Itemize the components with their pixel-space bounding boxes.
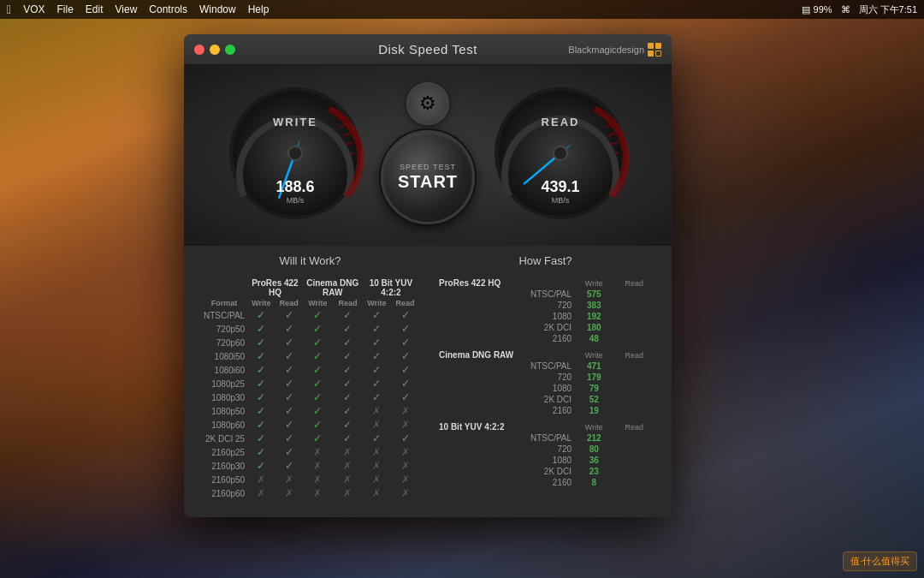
cell-r10-c3: ✗	[303, 445, 333, 459]
table-row: 2160p50✗✗✗✗✗✗	[201, 473, 419, 486]
cell-r2-c1: ✓	[247, 336, 275, 349]
cell-r11-c5: ✗	[363, 459, 391, 473]
speed-group-header-1: Cinema DNG RAWWriteRead	[436, 349, 654, 361]
cell-r7-c4: ✓	[333, 404, 363, 418]
menubar-file[interactable]: File	[56, 3, 73, 15]
menubar-window[interactable]: Window	[199, 3, 236, 15]
cell-r2-c3: ✓	[303, 336, 333, 349]
table-row: 2K DCI 25✓✓✓✓✓✓	[201, 432, 419, 445]
cell-r12-c5: ✗	[363, 473, 391, 486]
right-table: How Fast? ProRes 422 HQWriteReadNTSC/PAL…	[436, 254, 654, 500]
maximize-button[interactable]	[225, 45, 235, 55]
cell-r0-c5: ✓	[363, 308, 391, 322]
speed-test-label-main: START	[398, 171, 458, 192]
cell-r10-c1: ✓	[247, 445, 275, 459]
table-row: 720p50✓✓✓✓✓✓	[201, 322, 419, 336]
cell-r13-c3: ✗	[303, 486, 333, 500]
cell-r2-c4: ✓	[333, 336, 363, 349]
cell-r9-c3: ✓	[303, 432, 333, 445]
cell-r5-c5: ✓	[363, 377, 391, 390]
brand-name: Blackmagicdesign	[568, 45, 644, 55]
menubar:  VOX File Edit View Controls Window Hel…	[0, 0, 924, 19]
cell-r12-c2: ✗	[275, 473, 303, 486]
cell-r8-c5: ✗	[363, 418, 391, 432]
cell-r6-c4: ✓	[333, 390, 363, 404]
table-row: 1080p30✓✓✓✓✓✓	[201, 390, 419, 404]
cell-r10-c0: 2160p25	[201, 445, 247, 459]
speed-group-header-2: 10 Bit YUV 4:2:2WriteRead	[436, 421, 654, 432]
cell-r4-c3: ✓	[303, 363, 333, 377]
menubar-help[interactable]: Help	[248, 3, 270, 15]
cell-r6-c6: ✓	[391, 390, 419, 404]
data-section: Will it Work? ProRes 422 HQ Cinema DNG R…	[184, 246, 672, 517]
cell-r11-c1: ✓	[247, 459, 275, 473]
table-row: 1080i60✓✓✓✓✓✓	[201, 363, 419, 377]
cell-r12-c3: ✗	[303, 473, 333, 486]
app-window: Disk Speed Test Blackmagicdesign	[184, 34, 672, 517]
cell-r5-c6: ✓	[391, 377, 419, 390]
cell-r0-c2: ✓	[275, 308, 303, 322]
speed-test-button[interactable]: SPEED TEST START	[381, 130, 475, 224]
cell-r10-c5: ✗	[363, 445, 391, 459]
cell-r3-c0: 1080i50	[201, 349, 247, 363]
svg-text:439.1: 439.1	[541, 178, 579, 195]
cell-r8-c2: ✓	[275, 418, 303, 432]
settings-button[interactable]: ⚙	[406, 82, 449, 125]
cell-r4-c5: ✓	[363, 363, 391, 377]
cell-r10-c2: ✓	[275, 445, 303, 459]
speed-table-row: 2K DCI52	[436, 394, 654, 405]
window-title: Disk Speed Test	[378, 42, 477, 57]
speed-table-row: 21608	[436, 477, 654, 488]
cell-r6-c5: ✓	[363, 390, 391, 404]
cell-r1-c4: ✓	[333, 322, 363, 336]
cell-r4-c6: ✓	[391, 363, 419, 377]
menubar-edit[interactable]: Edit	[86, 3, 104, 15]
cell-r3-c2: ✓	[275, 349, 303, 363]
yuv-col-header: 10 Bit YUV 4:2:2	[363, 277, 419, 298]
close-button[interactable]	[194, 45, 204, 55]
cell-r13-c1: ✗	[247, 486, 275, 500]
read-gauge-svg: READ 439.1 MB/s	[492, 85, 629, 222]
cell-r1-c6: ✓	[391, 322, 419, 336]
cell-r0-c1: ✓	[247, 308, 275, 322]
table-row: 1080i50✓✓✓✓✓✓	[201, 349, 419, 363]
cell-r1-c2: ✓	[275, 322, 303, 336]
speed-test-label-top: SPEED TEST	[400, 164, 456, 171]
cell-r9-c4: ✓	[333, 432, 363, 445]
cell-r8-c0: 1080p60	[201, 418, 247, 432]
left-table: Will it Work? ProRes 422 HQ Cinema DNG R…	[201, 254, 419, 500]
speed-group-header-0: ProRes 422 HQWriteRead	[436, 277, 654, 289]
cell-r2-c6: ✓	[391, 336, 419, 349]
table-row: 2160p25✓✓✗✗✗✗	[201, 445, 419, 459]
cell-r11-c6: ✗	[391, 459, 419, 473]
cell-r4-c4: ✓	[333, 363, 363, 377]
cell-r1-c1: ✓	[247, 322, 275, 336]
apple-logo-icon: 	[7, 3, 11, 16]
speed-table-row: 216019	[436, 405, 654, 416]
speed-table-row: 2K DCI180	[436, 322, 654, 333]
table-row: 720p60✓✓✓✓✓✓	[201, 336, 419, 349]
table-row: 2160p30✓✓✗✗✗✗	[201, 459, 419, 473]
speed-table-row: 1080192	[436, 311, 654, 322]
table-row: 1080p50✓✓✓✓✗✗	[201, 404, 419, 418]
cell-r5-c2: ✓	[275, 377, 303, 390]
cell-r7-c2: ✓	[275, 404, 303, 418]
cell-r12-c4: ✗	[333, 473, 363, 486]
cell-r11-c0: 2160p30	[201, 459, 247, 473]
cell-r8-c6: ✗	[391, 418, 419, 432]
cell-r5-c3: ✓	[303, 377, 333, 390]
cell-r13-c6: ✗	[391, 486, 419, 500]
minimize-button[interactable]	[210, 45, 220, 55]
menubar-controls[interactable]: Controls	[149, 3, 187, 15]
cell-r4-c1: ✓	[247, 363, 275, 377]
cell-r1-c5: ✓	[363, 322, 391, 336]
cell-r6-c1: ✓	[247, 390, 275, 404]
prores-col-header: ProRes 422 HQ	[247, 277, 303, 298]
prores-read-sub: Read	[275, 298, 303, 308]
menubar-view[interactable]: View	[116, 3, 138, 15]
cell-r9-c1: ✓	[247, 432, 275, 445]
cell-r6-c2: ✓	[275, 390, 303, 404]
prores-write-sub: Write	[247, 298, 275, 308]
menubar-right: ▤ 99% ⌘ 周六 下午7:51	[802, 3, 917, 16]
center-controls: ⚙ SPEED TEST START	[381, 82, 475, 224]
